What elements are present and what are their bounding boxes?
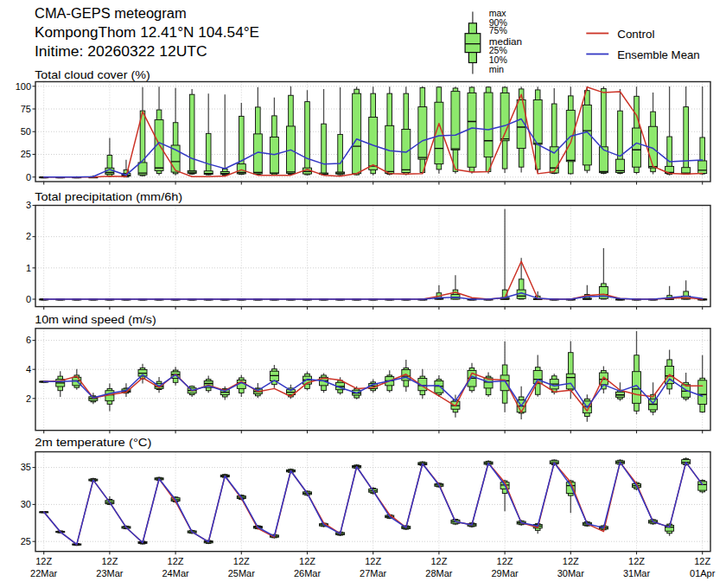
svg-text:2: 2 bbox=[26, 231, 31, 241]
svg-text:75%: 75% bbox=[489, 25, 507, 35]
svg-text:24Mar: 24Mar bbox=[162, 568, 190, 578]
svg-text:31Mar: 31Mar bbox=[623, 568, 651, 578]
svg-text:2: 2 bbox=[26, 393, 31, 404]
svg-text:50: 50 bbox=[21, 126, 31, 137]
svg-text:Total precipitation (mm/6h): Total precipitation (mm/6h) bbox=[35, 190, 182, 203]
svg-text:min: min bbox=[489, 64, 504, 74]
svg-text:12Z: 12Z bbox=[497, 556, 513, 566]
svg-text:max: max bbox=[489, 8, 506, 18]
svg-text:27Mar: 27Mar bbox=[360, 568, 387, 578]
svg-text:12Z: 12Z bbox=[233, 556, 250, 566]
svg-text:75: 75 bbox=[21, 104, 31, 114]
svg-text:22Mar: 22Mar bbox=[30, 568, 58, 578]
svg-text:30Mar: 30Mar bbox=[557, 568, 585, 578]
svg-text:25%: 25% bbox=[489, 45, 507, 55]
svg-text:12Z: 12Z bbox=[563, 556, 579, 566]
svg-text:25Mar: 25Mar bbox=[228, 568, 256, 578]
svg-text:35: 35 bbox=[21, 462, 31, 472]
svg-text:12Z: 12Z bbox=[430, 556, 447, 566]
svg-text:10%: 10% bbox=[489, 54, 507, 65]
svg-text:12Z: 12Z bbox=[299, 556, 315, 566]
svg-text:1: 1 bbox=[26, 263, 31, 273]
svg-text:25: 25 bbox=[21, 536, 31, 546]
svg-text:Total cloud cover (%): Total cloud cover (%) bbox=[35, 68, 150, 81]
svg-text:Control: Control bbox=[617, 28, 654, 41]
svg-text:2m temperature (°C): 2m temperature (°C) bbox=[35, 436, 151, 449]
svg-text:3: 3 bbox=[26, 200, 31, 210]
svg-text:10m wind speed (m/s): 10m wind speed (m/s) bbox=[35, 313, 156, 326]
svg-text:30: 30 bbox=[21, 499, 31, 509]
svg-text:12Z: 12Z bbox=[694, 556, 710, 566]
svg-text:12Z: 12Z bbox=[101, 556, 118, 566]
svg-text:12Z: 12Z bbox=[168, 556, 184, 566]
svg-text:23Mar: 23Mar bbox=[96, 568, 124, 578]
svg-text:12Z: 12Z bbox=[35, 556, 52, 566]
svg-text:26Mar: 26Mar bbox=[294, 568, 322, 578]
svg-text:01Apr: 01Apr bbox=[690, 568, 716, 578]
svg-text:KompongThom 12.41°N 104.54°E: KompongThom 12.41°N 104.54°E bbox=[35, 25, 259, 40]
svg-text:100: 100 bbox=[16, 81, 31, 92]
svg-text:Initime: 20260322 12UTC: Initime: 20260322 12UTC bbox=[35, 44, 207, 59]
svg-text:4: 4 bbox=[26, 364, 31, 374]
svg-text:12Z: 12Z bbox=[628, 556, 645, 566]
svg-text:6: 6 bbox=[26, 335, 31, 345]
svg-text:28Mar: 28Mar bbox=[425, 568, 453, 578]
svg-text:CMA-GEPS meteogram: CMA-GEPS meteogram bbox=[35, 6, 187, 21]
svg-text:0: 0 bbox=[26, 294, 31, 304]
svg-text:12Z: 12Z bbox=[365, 556, 381, 566]
svg-text:Ensemble Mean: Ensemble Mean bbox=[617, 48, 700, 61]
svg-text:25: 25 bbox=[21, 149, 31, 159]
svg-text:0: 0 bbox=[26, 172, 31, 182]
svg-text:29Mar: 29Mar bbox=[492, 568, 519, 578]
